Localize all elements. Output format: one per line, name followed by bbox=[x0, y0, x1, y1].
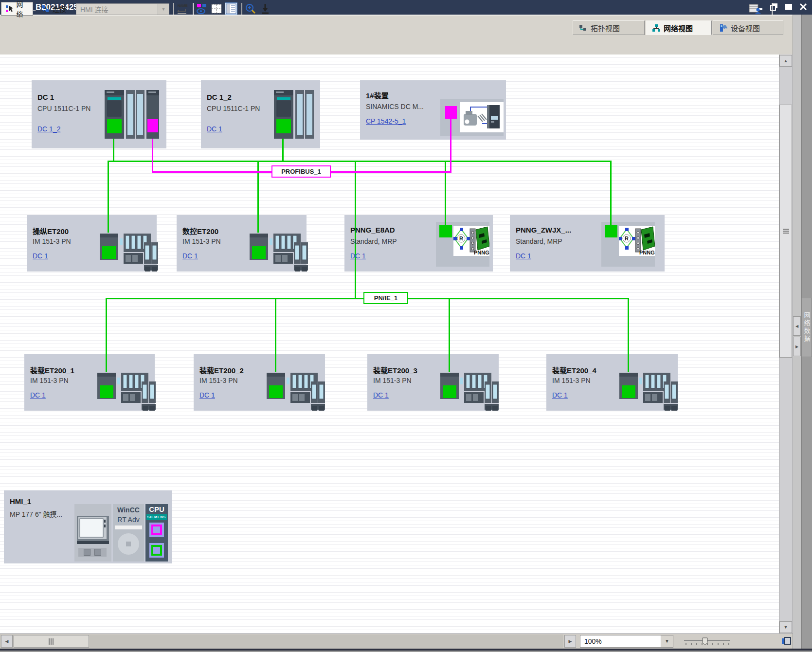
fit-selection-button[interactable] bbox=[779, 635, 793, 648]
ethernet-line-segment[interactable] bbox=[106, 298, 107, 372]
device-subnet-link[interactable]: DC 1 bbox=[182, 252, 198, 260]
device-subnet-link[interactable]: DC 1 bbox=[207, 125, 222, 133]
device-name: 操纵ET200 bbox=[33, 226, 69, 236]
relabel-devices-button[interactable]: NAME bbox=[176, 2, 189, 15]
device-subnet-link[interactable]: DC 1 bbox=[516, 252, 531, 260]
ethernet-line-segment[interactable] bbox=[445, 161, 446, 226]
restore-button[interactable] bbox=[769, 2, 779, 12]
pnng-card-graphic[interactable] bbox=[619, 226, 655, 256]
zoom-select-button[interactable] bbox=[244, 2, 257, 15]
et200-graphic[interactable] bbox=[100, 233, 158, 272]
wincc-disc-icon bbox=[118, 533, 139, 555]
scroll-up-button[interactable]: ▲ bbox=[779, 55, 792, 67]
show-page-breaks-button[interactable] bbox=[210, 2, 223, 15]
et200-graphic[interactable] bbox=[619, 372, 678, 412]
device-subnet-link[interactable]: DC 1 bbox=[33, 252, 48, 260]
scroll-left-button[interactable]: ◀ bbox=[1, 635, 13, 648]
ethernet-line-segment[interactable] bbox=[610, 161, 612, 226]
profibus-port[interactable] bbox=[445, 106, 457, 119]
close-button[interactable] bbox=[798, 2, 808, 12]
ethernet-port[interactable] bbox=[605, 225, 617, 237]
window-user-icon bbox=[749, 3, 761, 14]
network-mode-label: 网络 bbox=[16, 0, 29, 18]
et200-graphic[interactable] bbox=[97, 372, 156, 412]
ethernet-line-segment[interactable] bbox=[113, 135, 114, 161]
connection-type-value: HMI 连接 bbox=[76, 4, 158, 14]
network-toolbar bbox=[0, 36, 812, 55]
connections-mode-button[interactable]: 连接 bbox=[37, 2, 73, 16]
ethernet-port[interactable] bbox=[439, 225, 452, 237]
et200-graphic[interactable] bbox=[267, 372, 325, 412]
tab-topology-view[interactable]: 拓扑视图 bbox=[573, 20, 645, 35]
device-subnet-link[interactable]: CP 1542-5_1 bbox=[366, 117, 406, 125]
toolbar-separator bbox=[193, 3, 194, 15]
ethernet-line-segment[interactable] bbox=[108, 161, 109, 233]
device-type: IM 151-3 PN bbox=[30, 377, 69, 384]
device-type: SINAMICS DC M... bbox=[366, 103, 424, 110]
dropdown-arrow-icon[interactable]: ▼ bbox=[158, 4, 169, 15]
topology-view-icon bbox=[579, 24, 587, 32]
device-subnet-link[interactable]: DC 1 bbox=[199, 391, 215, 399]
connections-icon bbox=[41, 4, 50, 13]
profibus-line-segment[interactable] bbox=[152, 135, 153, 173]
scroll-right-button[interactable]: ▶ bbox=[564, 635, 576, 648]
zoom-level-dropdown[interactable]: 100% ▼ bbox=[580, 635, 673, 648]
toolbar-separator bbox=[772, 3, 773, 15]
device-name: 装载ET200_2 bbox=[199, 365, 244, 375]
tab-device-view[interactable]: 设备视图 bbox=[713, 20, 783, 35]
device-type: IM 151-3 PN bbox=[33, 237, 71, 245]
fit-to-view-button[interactable] bbox=[259, 2, 271, 15]
hmi-touchscreen-graphic[interactable] bbox=[77, 516, 109, 545]
profibus-chip-port bbox=[151, 525, 162, 535]
horizontal-scroll-thumb[interactable] bbox=[14, 635, 89, 648]
ethernet-line-segment[interactable] bbox=[449, 298, 450, 372]
et200-graphic[interactable] bbox=[440, 372, 499, 412]
device-name: 装载ET200_1 bbox=[30, 365, 74, 375]
maximize-button[interactable] bbox=[784, 2, 794, 12]
tia-portal-window: R PNNG YC1892_B20210425 bbox=[0, 0, 812, 652]
toolbar-separator bbox=[173, 3, 174, 15]
dropdown-arrow-icon[interactable]: ▼ bbox=[661, 635, 673, 647]
toggle-overview-table-button[interactable] bbox=[225, 2, 237, 15]
vertical-scroll-thumb[interactable] bbox=[779, 105, 792, 358]
device-subnet-link[interactable]: DC 1_2 bbox=[37, 125, 60, 133]
zoom-slider[interactable] bbox=[683, 636, 732, 647]
overview-table-icon bbox=[225, 3, 237, 15]
device-subnet-link[interactable]: DC 1 bbox=[373, 391, 389, 399]
toolbar-separator bbox=[241, 3, 242, 15]
device-view-icon bbox=[719, 24, 727, 32]
ethernet-line-segment[interactable] bbox=[628, 298, 629, 372]
thumb-grip bbox=[49, 638, 54, 645]
fit-selection-icon bbox=[781, 636, 792, 647]
page-breaks-icon bbox=[211, 3, 222, 15]
fit-icon bbox=[259, 3, 271, 15]
scroll-down-button[interactable]: ▼ bbox=[779, 621, 792, 633]
zoom-level-value: 100% bbox=[580, 637, 661, 645]
network-mode-button[interactable]: 网络 bbox=[1, 2, 33, 16]
tab-label: 网络视图 bbox=[664, 23, 693, 33]
device-subnet-link[interactable]: DC 1 bbox=[350, 252, 366, 260]
window-settings-button[interactable] bbox=[748, 2, 762, 15]
tab-network-view[interactable]: 网络视图 bbox=[646, 20, 712, 35]
profibus-subnet-label[interactable]: PROFIBUS_1 bbox=[271, 165, 331, 178]
pnie-subnet-label[interactable]: PN/IE_1 bbox=[363, 292, 408, 304]
plc-graphic[interactable] bbox=[274, 90, 314, 139]
zoom-slider-thumb[interactable] bbox=[703, 638, 707, 645]
tab-label: 拓扑视图 bbox=[591, 23, 620, 33]
ethernet-line-segment[interactable] bbox=[275, 298, 276, 372]
hmi-key bbox=[94, 549, 101, 556]
device-subnet-link[interactable]: DC 1 bbox=[30, 391, 46, 399]
device-subnet-link[interactable]: DC 1 bbox=[552, 391, 568, 399]
pnng-card-graphic[interactable] bbox=[453, 226, 489, 256]
collapse-left-button[interactable]: ◀ bbox=[793, 316, 801, 336]
sinamics-graphic[interactable] bbox=[460, 102, 504, 132]
profibus-line-segment[interactable] bbox=[450, 119, 451, 173]
connection-type-dropdown[interactable]: HMI 连接 ▼ bbox=[76, 3, 169, 15]
ethernet-bus-line[interactable] bbox=[108, 161, 612, 162]
plc-graphic[interactable] bbox=[105, 90, 159, 139]
et200-graphic[interactable] bbox=[250, 233, 308, 272]
ethernet-line-segment[interactable] bbox=[282, 135, 284, 161]
show-interface-colors-button[interactable] bbox=[196, 2, 208, 15]
collapse-right-button[interactable]: ▶ bbox=[793, 337, 801, 356]
network-data-panel-tab[interactable]: 网络数据 bbox=[801, 298, 812, 357]
